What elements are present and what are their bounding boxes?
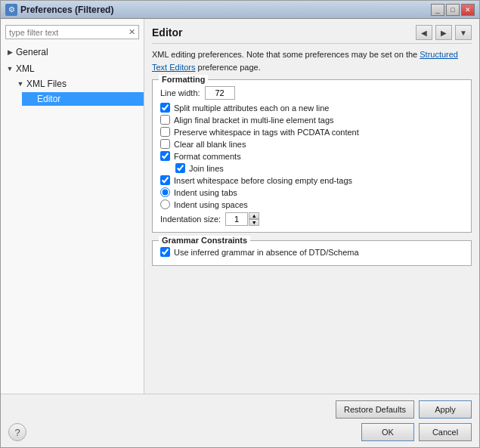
- use-inferred-row: Use inferred grammar in absence of DTD/S…: [160, 247, 463, 257]
- line-width-label: Line width:: [160, 88, 200, 97]
- content-area: ✕ ▶ General ▼ XML ▼ XML Fil: [1, 19, 479, 394]
- align-bracket-label: Align final bracket in multi-line elemen…: [174, 116, 334, 125]
- spinner-buttons: ▲ ▼: [249, 212, 259, 226]
- insert-ws-checkbox[interactable]: [160, 175, 170, 185]
- preserve-whitespace-label: Preserve whitespace in tags with PCDATA …: [174, 128, 359, 137]
- tree-label-general: General: [16, 47, 48, 57]
- indent-tabs-label: Indent using tabs: [174, 188, 237, 197]
- tree-label-xml: XML: [16, 63, 35, 74]
- window-icon: ⚙: [5, 4, 17, 16]
- left-panel: ✕ ▶ General ▼ XML ▼ XML Fil: [1, 19, 144, 394]
- clear-blank-row: Clear all blank lines: [160, 139, 463, 149]
- window-title: Preferences (Filtered): [20, 5, 431, 15]
- insert-ws-row: Insert whitespace before closing empty e…: [160, 175, 463, 185]
- description: XML editing preferences. Note that some …: [152, 48, 472, 73]
- split-attrs-checkbox[interactable]: [160, 103, 170, 113]
- indentation-size-row: Indentation size: ▲ ▼: [160, 212, 463, 226]
- preserve-whitespace-checkbox[interactable]: [160, 127, 170, 137]
- tree-item-xml: ▼ XML ▼ XML Files Editor: [1, 60, 144, 110]
- formatting-section: Formatting Line width: Split multiple at…: [152, 79, 472, 233]
- indent-spaces-radio[interactable]: [160, 199, 170, 209]
- nav-forward-button[interactable]: ▶: [435, 25, 452, 40]
- use-inferred-checkbox[interactable]: [160, 247, 170, 257]
- filter-input[interactable]: [9, 28, 129, 37]
- align-bracket-row: Align final bracket in multi-line elemen…: [160, 115, 463, 125]
- tree-label-xml-files: XML Files: [26, 79, 67, 89]
- split-attrs-label: Split multiple attributes each on a new …: [174, 104, 329, 113]
- minimize-button[interactable]: _: [431, 4, 444, 16]
- clear-blank-checkbox[interactable]: [160, 139, 170, 149]
- close-button[interactable]: ✕: [461, 4, 475, 16]
- formatting-legend: Formatting: [159, 75, 208, 84]
- clear-blank-label: Clear all blank lines: [174, 140, 246, 149]
- indent-spaces-label: Indent using spaces: [174, 200, 248, 209]
- spinner-up-button[interactable]: ▲: [249, 212, 259, 219]
- grammar-legend: Grammar Constraints: [159, 236, 250, 245]
- title-bar: ⚙ Preferences (Filtered) _ □ ✕: [1, 1, 479, 19]
- tree-label-editor: Editor: [37, 94, 60, 104]
- panel-nav: ◀ ▶ ▼: [416, 25, 472, 40]
- indent-tabs-radio[interactable]: [160, 187, 170, 197]
- join-lines-label: Join lines: [189, 164, 224, 173]
- tree-arrow-editor: [26, 94, 36, 104]
- panel-title: Editor: [152, 26, 182, 39]
- indent-spaces-row: Indent using spaces: [160, 199, 463, 209]
- indent-tabs-row: Indent using tabs: [160, 187, 463, 197]
- nav-dropdown-button[interactable]: ▼: [455, 25, 472, 40]
- format-comments-label: Format comments: [174, 152, 241, 161]
- join-lines-checkbox[interactable]: [175, 163, 185, 173]
- line-width-row: Line width:: [160, 86, 463, 100]
- right-panel: Editor ◀ ▶ ▼ XML editing preferences. No…: [144, 19, 479, 394]
- indentation-size-label: Indentation size:: [160, 215, 221, 224]
- filter-clear-button[interactable]: ✕: [129, 27, 135, 37]
- apply-button[interactable]: Apply: [419, 400, 472, 419]
- indentation-size-input[interactable]: [225, 212, 248, 226]
- maximize-button[interactable]: □: [446, 4, 460, 16]
- tree-item-editor[interactable]: Editor: [22, 91, 144, 107]
- description-part1: XML editing preferences. Note that some …: [152, 50, 420, 59]
- window-controls: _ □ ✕: [431, 4, 475, 16]
- bottom-area: Restore Defaults Apply ? OK Cancel: [1, 394, 479, 447]
- tree-arrow-general: ▶: [5, 48, 14, 57]
- tree-children-xml-files: Editor: [11, 91, 144, 107]
- description-part2: preference page.: [195, 63, 260, 72]
- ok-button[interactable]: OK: [361, 423, 414, 441]
- preserve-whitespace-row: Preserve whitespace in tags with PCDATA …: [160, 127, 463, 137]
- nav-back-button[interactable]: ◀: [416, 25, 432, 40]
- cancel-button[interactable]: Cancel: [419, 423, 472, 441]
- preferences-window: ⚙ Preferences (Filtered) _ □ ✕ ✕ ▶ Gener…: [0, 0, 480, 448]
- grammar-section: Grammar Constraints Use inferred grammar…: [152, 240, 472, 266]
- insert-ws-label: Insert whitespace before closing empty e…: [174, 176, 352, 185]
- format-comments-checkbox[interactable]: [160, 151, 170, 161]
- line-width-input[interactable]: [205, 86, 235, 100]
- split-attrs-row: Split multiple attributes each on a new …: [160, 103, 463, 113]
- filter-box: ✕: [5, 25, 139, 39]
- use-inferred-label: Use inferred grammar in absence of DTD/S…: [174, 248, 359, 257]
- tree-arrow-xml-files: ▼: [16, 79, 25, 88]
- restore-defaults-button[interactable]: Restore Defaults: [336, 400, 414, 419]
- bottom-main-row: ? OK Cancel: [8, 423, 472, 441]
- tree-item-general[interactable]: ▶ General: [1, 44, 144, 60]
- spinner-down-button[interactable]: ▼: [249, 219, 259, 226]
- bottom-actions-row: Restore Defaults Apply: [8, 400, 472, 419]
- tree-item-xml-files: ▼ XML Files Editor: [11, 76, 144, 109]
- tree-arrow-xml: ▼: [5, 64, 14, 73]
- align-bracket-checkbox[interactable]: [160, 115, 170, 125]
- join-lines-row: Join lines: [160, 163, 463, 173]
- tree-children-xml: ▼ XML Files Editor: [1, 76, 144, 109]
- format-comments-row: Format comments: [160, 151, 463, 161]
- help-button[interactable]: ?: [8, 423, 26, 441]
- panel-header: Editor ◀ ▶ ▼: [152, 25, 472, 44]
